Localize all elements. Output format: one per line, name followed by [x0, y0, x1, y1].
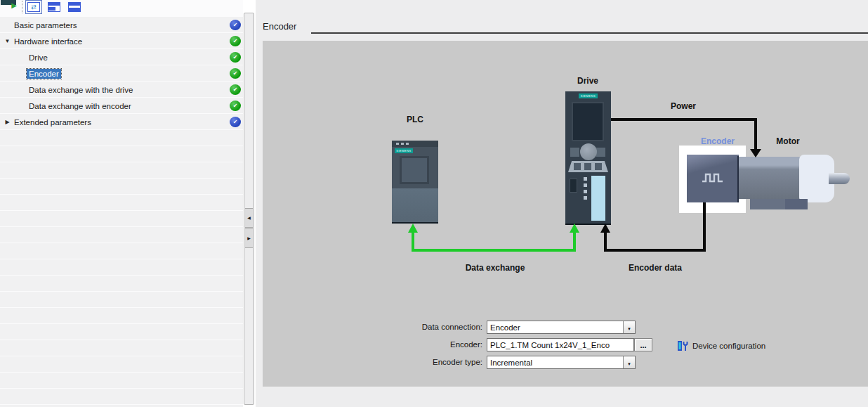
encoder-field[interactable] [487, 338, 634, 351]
data-connection-dropdown[interactable] [487, 321, 636, 334]
encoder-type-value[interactable] [487, 356, 635, 368]
parameter-tree: Basic parameters Hardware interface Driv… [0, 17, 243, 407]
nav-item-drive[interactable]: Drive [0, 49, 243, 65]
page-title: Encoder [263, 21, 296, 32]
drive-connector [570, 179, 577, 193]
navigation-toolbar [0, 0, 243, 15]
tia-portal-encoder-view: Basic parameters Hardware interface Driv… [0, 0, 868, 407]
drive-button [596, 148, 605, 157]
encoder-type-dropdown[interactable] [487, 356, 636, 369]
encoder-field-label: Encoder: [393, 340, 482, 349]
nav-item-data-exchange-with-encoder[interactable]: Data exchange with encoder [0, 98, 243, 114]
title-rule [311, 32, 868, 34]
status-check-icon [230, 101, 241, 111]
status-check-icon [230, 84, 241, 95]
drive-led [584, 190, 587, 193]
siemens-logo: SIEMENS [395, 148, 413, 153]
motor-foot-step [785, 199, 808, 209]
motor-shaft [829, 173, 850, 184]
siemens-logo: SIEMENS [579, 93, 598, 98]
plc-display [400, 156, 429, 184]
status-check-icon [230, 68, 241, 79]
device-configuration-text: Device configuration [692, 342, 765, 350]
dropdown-arrow-button[interactable] [623, 321, 635, 333]
vent-dot [401, 143, 404, 145]
drive-baseline [565, 224, 611, 225]
dropdown-arrow-button[interactable] [623, 356, 635, 368]
status-check-icon [230, 52, 241, 63]
motor-feet [750, 199, 808, 209]
drive-led [584, 177, 587, 181]
device-configuration-icon [677, 340, 688, 351]
status-check-icon [230, 117, 241, 127]
encoder-node-label: Encoder [693, 136, 742, 146]
left-arrow-icon: ◀ [247, 216, 251, 220]
vent-dot [396, 143, 399, 145]
nav-item-data-exchange-with-the-drive[interactable]: Data exchange with the drive [0, 82, 243, 98]
run-icon[interactable] [9, 1, 19, 11]
drive-display [572, 102, 604, 141]
split-view-icon [27, 2, 40, 12]
data-connection-value[interactable] [487, 321, 635, 333]
toolbar-separator [22, 1, 22, 13]
pane-bottom-button[interactable] [66, 0, 83, 14]
nav-item-basic-parameters[interactable]: Basic parameters [0, 17, 243, 33]
plc-lower-module [392, 188, 438, 222]
collapse-left-button[interactable]: ◀ [245, 208, 253, 228]
expand-arrow-icon[interactable] [3, 119, 12, 125]
split-view-button[interactable] [25, 0, 42, 14]
drive-led [584, 196, 587, 200]
square-wave-icon [702, 172, 724, 184]
drive-key [574, 163, 581, 170]
plc-baseline [392, 222, 438, 224]
plc-node-label: PLC [397, 115, 433, 124]
plc-device-graphic: SIEMENS [392, 141, 438, 224]
main-work-area: Encoder PLC Drive Power Encoder Motor Da… [256, 0, 868, 407]
navigation-panel: Basic parameters Hardware interface Driv… [0, 0, 243, 407]
pane-bottom-icon [68, 2, 81, 12]
pane-top-button[interactable] [46, 0, 63, 14]
drive-key [595, 163, 602, 170]
encoder-field-value[interactable] [487, 339, 633, 351]
encoder-type-label: Encoder type: [393, 358, 482, 366]
drive-node-label: Drive [570, 76, 605, 86]
drive-led [584, 183, 587, 187]
drive-knob [580, 143, 597, 160]
expand-right-button[interactable]: ▶ [245, 228, 253, 248]
device-configuration-link[interactable]: Device configuration [677, 340, 765, 351]
drive-button [570, 148, 579, 157]
data-connection-label: Data connection: [393, 323, 482, 331]
status-check-icon [230, 36, 241, 46]
encoder-diagram-panel: PLC Drive Power Encoder Motor Data excha… [263, 41, 868, 387]
data-exchange-connection-label: Data exchange [463, 263, 527, 273]
nav-item-encoder[interactable]: Encoder [0, 65, 243, 82]
collapse-arrow-icon[interactable] [3, 38, 12, 44]
green-arrowhead [408, 224, 418, 233]
power-connection-label: Power [662, 101, 704, 111]
nav-item-extended-parameters[interactable]: Extended parameters [0, 114, 243, 130]
drive-terminal-panel [591, 176, 605, 221]
encoder-browse-button[interactable]: ... [634, 338, 652, 351]
motor-body-graphic [739, 157, 801, 199]
vent-dot [406, 143, 409, 145]
status-check-icon [230, 20, 241, 30]
right-arrow-icon: ▶ [247, 236, 251, 240]
motor-node-label: Motor [767, 136, 809, 146]
drive-device-graphic: SIEMENS [565, 91, 611, 225]
encoder-data-connection-label: Encoder data [624, 263, 687, 273]
panel-splitter[interactable]: ◀ ▶ [244, 13, 254, 405]
drive-key [584, 163, 591, 170]
pane-top-icon [48, 2, 60, 12]
nav-item-hardware-interface[interactable]: Hardware interface [0, 33, 243, 49]
